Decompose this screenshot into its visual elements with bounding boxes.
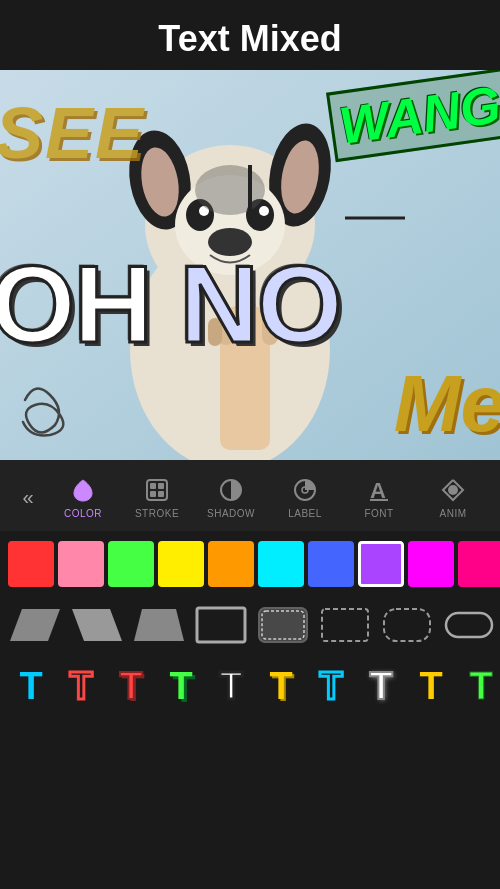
- shape-dashed-rect[interactable]: [318, 605, 372, 645]
- shape-dashed-rounded[interactable]: [380, 605, 434, 645]
- svg-rect-25: [150, 491, 156, 497]
- canvas-text-oh-no: OH NO: [0, 240, 341, 367]
- stroke-icon: [143, 476, 171, 504]
- canvas: SEE WANG OH NO Me: [0, 70, 500, 460]
- cursor: [248, 165, 252, 220]
- svg-rect-23: [150, 483, 156, 489]
- font-style-white-stroke[interactable]: T: [208, 661, 254, 711]
- font-icon: A: [365, 476, 393, 504]
- font-style-cyan-outline[interactable]: T: [308, 661, 354, 711]
- label-icon: [291, 476, 319, 504]
- canvas-text-me: Me: [394, 358, 500, 450]
- color-palette: [0, 531, 500, 597]
- anim-tab-label: ANIM: [440, 508, 467, 519]
- canvas-text-see: SEE: [0, 92, 145, 174]
- font-style-white-outline[interactable]: T: [358, 661, 404, 711]
- color-swatch-orange[interactable]: [208, 541, 254, 587]
- color-tab-label: COLOR: [64, 508, 102, 519]
- svg-marker-33: [10, 609, 60, 641]
- svg-rect-24: [158, 483, 164, 489]
- font-style-bold-outline[interactable]: T: [108, 661, 154, 711]
- color-swatch-blue[interactable]: [308, 541, 354, 587]
- svg-rect-26: [158, 491, 164, 497]
- stroke-tab-label: STROKE: [135, 508, 179, 519]
- shape-pill[interactable]: [442, 605, 496, 645]
- tab-font[interactable]: A FONT: [342, 472, 416, 523]
- shadow-tab-label: SHADOW: [207, 508, 255, 519]
- label-tab-label: LABEL: [288, 508, 322, 519]
- font-style-shadow[interactable]: T: [158, 661, 204, 711]
- svg-marker-34: [72, 609, 122, 641]
- tab-label[interactable]: LABEL: [268, 472, 342, 523]
- font-style-yellow-flat[interactable]: T: [408, 661, 454, 711]
- tab-anim[interactable]: ANIM: [416, 472, 490, 523]
- shape-palette: [0, 597, 500, 653]
- svg-rect-41: [446, 613, 492, 637]
- font-style-palette: T T T T T T T T T T: [0, 653, 500, 719]
- shape-rectangle[interactable]: [194, 605, 248, 645]
- color-swatch-cyan[interactable]: [258, 541, 304, 587]
- shadow-icon: [217, 476, 245, 504]
- svg-rect-39: [322, 609, 368, 641]
- back-button[interactable]: «: [10, 480, 46, 516]
- shape-trapezoid[interactable]: [132, 605, 186, 645]
- font-style-plain[interactable]: T: [8, 661, 54, 711]
- svg-point-32: [448, 485, 458, 495]
- tab-shadow[interactable]: SHADOW: [194, 472, 268, 523]
- svg-rect-22: [147, 480, 167, 500]
- svg-rect-37: [259, 608, 307, 642]
- svg-marker-35: [134, 609, 184, 641]
- color-swatch-hotpink[interactable]: [458, 541, 500, 587]
- font-tab-label: FONT: [364, 508, 393, 519]
- tab-stroke[interactable]: STROKE: [120, 472, 194, 523]
- color-swatch-magenta[interactable]: [408, 541, 454, 587]
- svg-rect-40: [384, 609, 430, 641]
- header: Text Mixed: [0, 0, 500, 70]
- color-swatch-purple[interactable]: [358, 541, 404, 587]
- anim-icon: [439, 476, 467, 504]
- shape-rounded-rect[interactable]: [256, 605, 310, 645]
- toolbar: « COLOR STROKE: [0, 460, 500, 531]
- color-swatch-pink[interactable]: [58, 541, 104, 587]
- shape-parallelogram-right[interactable]: [70, 605, 124, 645]
- font-style-outline[interactable]: T: [58, 661, 104, 711]
- page-title: Text Mixed: [0, 18, 500, 60]
- color-swatch-yellow[interactable]: [158, 541, 204, 587]
- font-style-green[interactable]: T: [458, 661, 500, 711]
- shape-parallelogram-left[interactable]: [8, 605, 62, 645]
- color-swatch-green[interactable]: [108, 541, 154, 587]
- svg-rect-36: [197, 608, 245, 642]
- svg-point-11: [259, 206, 269, 216]
- svg-point-13: [195, 165, 265, 215]
- color-swatch-red[interactable]: [8, 541, 54, 587]
- tab-color[interactable]: COLOR: [46, 472, 120, 523]
- toolbar-tabs: « COLOR STROKE: [0, 472, 500, 523]
- font-style-yellow[interactable]: T: [258, 661, 304, 711]
- color-icon: [69, 476, 97, 504]
